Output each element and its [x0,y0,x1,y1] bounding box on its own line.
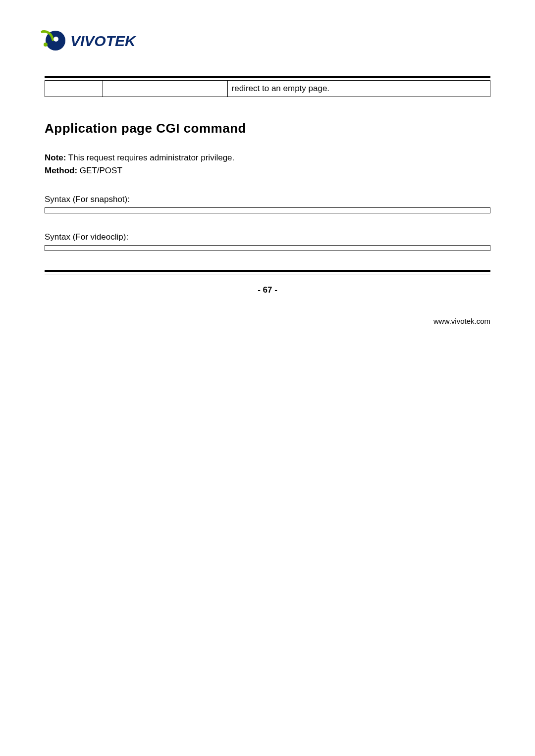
cell-description: redirect to an empty page. [227,81,490,97]
snapshot-syntax-content [45,208,490,213]
logo-icon [45,30,67,52]
note-line: Note: This request requires administrato… [45,153,490,163]
logo-text: VIVOTEK [70,33,136,50]
logo: VIVOTEK [45,30,490,52]
section-heading: Application page CGI command [45,121,490,136]
snapshot-syntax-label: Syntax (For snapshot): [45,195,490,204]
cell-empty-1 [45,81,103,97]
method-label: Method: [45,166,77,175]
top-table-fragment: redirect to an empty page. [45,81,490,97]
videoclip-syntax-label: Syntax (For videoclip): [45,232,490,242]
page-number: - 67 - [45,285,490,295]
site-url: www.vivotek.com [45,317,490,325]
note-label: Note: [45,153,66,162]
cell-empty-2 [103,81,227,97]
table-row: redirect to an empty page. [45,81,490,97]
footer-rule [45,270,490,274]
videoclip-syntax-box [45,245,490,251]
snapshot-syntax-box [45,207,490,213]
header-rule [45,76,490,81]
method-text: GET/POST [77,166,122,175]
note-text: This request requires administrator priv… [66,153,234,162]
videoclip-syntax-content [45,246,490,251]
method-line: Method: GET/POST [45,166,490,176]
